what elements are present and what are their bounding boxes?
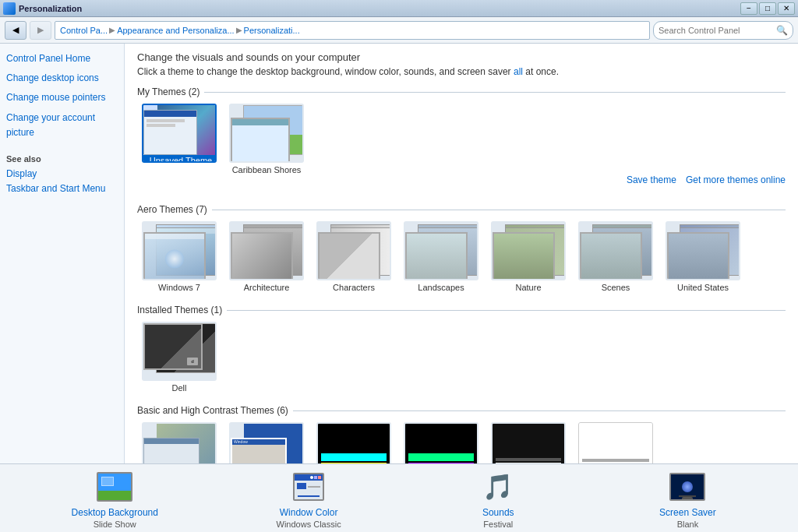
- minimize-button[interactable]: −: [740, 2, 757, 15]
- theme-item-hc2[interactable]: High Contrast #2: [402, 422, 480, 463]
- main-layout: Control Panel Home Change desktop icons …: [0, 44, 798, 463]
- save-row: Save theme Get more themes online: [137, 174, 786, 185]
- theme-item-dell[interactable]: d Dell: [140, 322, 218, 393]
- breadcrumb-controlpanel[interactable]: Control Pa...: [60, 26, 108, 35]
- sidebar-item-display[interactable]: Display: [6, 168, 37, 179]
- subtitle-prefix: Click a theme to change the desktop back…: [137, 66, 514, 77]
- theme-item-w7basic[interactable]: Windows 7 Basic: [140, 422, 218, 463]
- installed-themes-line: [227, 310, 786, 311]
- screensaver-sublabel: Blank: [677, 520, 699, 529]
- theme-thumbnail-hc2: [404, 422, 478, 463]
- theme-label-characters: Characters: [333, 283, 375, 292]
- my-themes-line: [204, 92, 786, 93]
- sidebar-item-taskbar[interactable]: Taskbar and Start Menu: [6, 183, 105, 194]
- aero-themes-section: Aero Themes (7) Windows 7: [137, 204, 786, 292]
- search-input[interactable]: [659, 26, 773, 35]
- bottom-item-sounds[interactable]: 🎵 Sounds Festival: [459, 468, 537, 529]
- theme-thumbnail-w7basic: [142, 422, 217, 463]
- sidebar-item-home[interactable]: Control Panel Home: [6, 51, 118, 66]
- window-controls: − □ ✕: [740, 2, 795, 15]
- theme-thumbnail-unitedstates: [666, 221, 740, 280]
- breadcrumb: Control Pa... ▶ Appearance and Personali…: [55, 21, 650, 40]
- theme-thumbnail-architecture: [229, 221, 304, 280]
- theme-item-nature[interactable]: Nature: [489, 221, 567, 292]
- theme-thumbnail-w7: [142, 221, 217, 280]
- aero-themes-line: [212, 210, 786, 210]
- theme-item-characters[interactable]: Characters: [315, 221, 393, 292]
- desktop-bg-sublabel: Slide Show: [94, 520, 136, 529]
- theme-item-hc1[interactable]: High Contrast #1: [315, 422, 393, 463]
- theme-item-caribbean[interactable]: Caribbean Shores: [228, 104, 305, 174]
- theme-thumbnail-hc1: [316, 422, 391, 463]
- theme-item-scenes[interactable]: Scenes: [577, 221, 655, 292]
- close-button[interactable]: ✕: [778, 2, 795, 15]
- theme-item-unitedstates[interactable]: United States: [664, 221, 742, 292]
- theme-item-unsaved[interactable]: Unsaved Theme: [140, 104, 218, 174]
- subtitle-all-link[interactable]: all: [514, 66, 523, 77]
- theme-thumbnail-dell: d: [142, 322, 217, 381]
- theme-thumbnail-landscapes: [404, 221, 478, 280]
- basic-themes-grid: Windows 7 Basic Window Windows Classic: [137, 422, 786, 463]
- sounds-label[interactable]: Sounds: [482, 507, 514, 518]
- theme-thumbnail-unsaved: Unsaved Theme: [142, 104, 217, 163]
- desktop-background-icon: [96, 468, 133, 506]
- search-bar[interactable]: 🔍: [653, 21, 793, 40]
- screensaver-label[interactable]: Screen Saver: [659, 507, 716, 518]
- window-color-sublabel: Windows Classic: [277, 520, 341, 529]
- title-bar-left: Personalization: [3, 2, 82, 15]
- theme-thumbnail-classic: Window: [229, 422, 304, 463]
- theme-item-hcblack[interactable]: High Contrast Black: [489, 422, 567, 463]
- theme-item-classic[interactable]: Window Windows Classic: [228, 422, 305, 463]
- address-bar: ◀ ▶ Control Pa... ▶ Appearance and Perso…: [0, 17, 798, 44]
- screensaver-icon: [669, 468, 706, 506]
- caribbean-front: [231, 118, 290, 163]
- sidebar-item-desktop-icons[interactable]: Change desktop icons: [6, 71, 118, 86]
- theme-thumbnail-characters: [316, 221, 391, 280]
- back-button[interactable]: ◀: [5, 21, 26, 40]
- aero-themes-grid: Windows 7 Architecture: [137, 221, 786, 292]
- theme-thumbnail-scenes: [578, 221, 653, 280]
- theme-item-landscapes[interactable]: Landscapes: [402, 221, 480, 292]
- basic-themes-header: Basic and High Contrast Themes (6): [137, 405, 786, 416]
- forward-button[interactable]: ▶: [30, 21, 51, 40]
- breadcrumb-personalization[interactable]: Personalizati...: [244, 26, 300, 35]
- sidebar-item-mouse-pointers[interactable]: Change mouse pointers: [6, 90, 118, 105]
- basic-themes-line: [293, 410, 786, 411]
- window-color-label[interactable]: Window Color: [280, 507, 338, 518]
- my-themes-grid: Unsaved Theme: [137, 104, 786, 174]
- title-bar: Personalization − □ ✕: [0, 0, 798, 17]
- get-more-link[interactable]: Get more themes online: [686, 174, 786, 185]
- basic-themes-title: Basic and High Contrast Themes (6): [137, 405, 288, 416]
- my-themes-header: My Themes (2): [137, 86, 786, 97]
- search-icon: 🔍: [776, 25, 788, 36]
- theme-label-landscapes: Landscapes: [418, 283, 464, 292]
- sounds-sublabel: Festival: [483, 520, 513, 529]
- bottom-item-screensaver[interactable]: Screen Saver Blank: [648, 468, 726, 529]
- my-themes-title: My Themes (2): [137, 86, 200, 97]
- theme-item-architecture[interactable]: Architecture: [228, 221, 305, 292]
- theme-thumbnail-hcwhite: [578, 422, 653, 463]
- page-subtitle: Click a theme to change the desktop back…: [137, 66, 786, 77]
- caribbean-stack: [231, 105, 304, 163]
- breadcrumb-appearance[interactable]: Appearance and Personaliza...: [117, 26, 234, 35]
- theme-item-hcwhite[interactable]: High Contrast White: [577, 422, 655, 463]
- theme-label-architecture: Architecture: [244, 283, 290, 292]
- theme-thumbnail-hcblack: [491, 422, 566, 463]
- installed-themes-title: Installed Themes (1): [137, 305, 222, 315]
- theme-label-nature: Nature: [515, 283, 541, 292]
- see-also-section: See also Display Taskbar and Start Menu: [6, 154, 118, 196]
- theme-item-w7[interactable]: Windows 7: [140, 221, 218, 292]
- maximize-button[interactable]: □: [759, 2, 776, 15]
- my-themes-section: My Themes (2): [137, 86, 786, 192]
- window-color-icon: [290, 468, 327, 506]
- bottom-item-window-color[interactable]: Window Color Windows Classic: [270, 468, 348, 529]
- desktop-bg-label[interactable]: Desktop Background: [72, 507, 158, 518]
- subtitle-suffix: at once.: [523, 66, 559, 77]
- sidebar-item-account-picture[interactable]: Change your account picture: [6, 111, 118, 140]
- theme-label-caribbean: Caribbean Shores: [232, 165, 302, 174]
- save-theme-link[interactable]: Save theme: [627, 174, 676, 185]
- bottom-item-desktop-bg[interactable]: Desktop Background Slide Show: [72, 468, 158, 529]
- theme-label-unitedstates: United States: [677, 283, 729, 292]
- aero-themes-title: Aero Themes (7): [137, 204, 207, 215]
- theme-selected-label: Unsaved Theme: [143, 155, 217, 163]
